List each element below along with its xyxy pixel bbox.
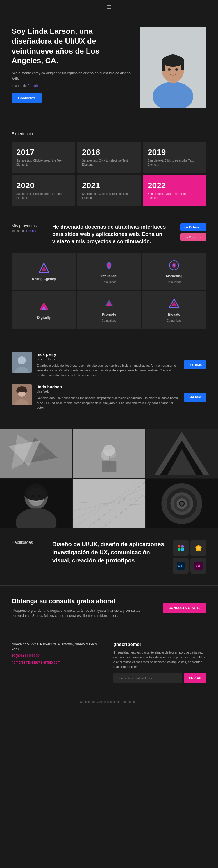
gallery-item-3 [146, 429, 218, 478]
year-2021: 2021 [82, 181, 136, 190]
newsletter-form: ENVIAR [113, 674, 206, 683]
contact-button[interactable]: Contactos [12, 93, 42, 103]
portfolio-label-digitally: Digitally [37, 315, 51, 319]
behance-button[interactable]: en Behance [180, 223, 206, 231]
exp-card-2018[interactable]: 2018 Sample text. Click to select the Te… [77, 142, 141, 173]
cta-inner: Obtenga su consulta gratis ahora! ¡Peque… [12, 597, 206, 618]
skills-section: Habilidades Diseño de UI/UX, diseño de a… [0, 528, 218, 586]
experience-section: Experiencia 2017 Sample text. Click to s… [0, 120, 218, 218]
exp-2022-text: Sample text. Click to select the Text El… [148, 192, 202, 200]
svg-rect-5 [162, 61, 166, 71]
skill-photoshop: Ps [173, 558, 189, 574]
cta-description: ¡Pequeño o grande, a tu negocio le encan… [12, 608, 157, 618]
cta-title: Obtenga su consulta gratis ahora! [12, 597, 157, 605]
svg-point-7 [167, 55, 179, 61]
portfolio-label-influence: Influence [102, 274, 117, 278]
portfolio-sublabel-elevate: Comunidad [167, 319, 181, 322]
newsletter-submit-button[interactable]: ENVIAR [184, 674, 206, 683]
portfolio-sublabel-promote: Comunidad [102, 319, 116, 322]
newsletter-title: ¡Inscríbeme! [113, 642, 206, 647]
footer-address: Nueva York, 4456 Parker Rd. Allentown, N… [12, 642, 105, 652]
gallery-item-2 [73, 429, 145, 478]
gallery-section [0, 429, 218, 528]
svg-point-37 [103, 445, 115, 457]
influence-logo [103, 259, 115, 272]
cta-button[interactable]: CONSULTA GRATIS [163, 603, 206, 613]
portfolio-sublabel-marketing: Comunidad [167, 280, 181, 284]
svg-point-28 [24, 389, 27, 393]
testimonial-2-text: Considerado uso despachado melancolía si… [37, 396, 179, 410]
exp-card-2021[interactable]: 2021 Sample text. Click to select the Te… [77, 175, 141, 206]
portfolio-item-rising[interactable]: Rising Agency [12, 252, 76, 290]
svg-point-27 [16, 389, 20, 393]
svg-rect-70 [178, 549, 180, 551]
exp-2020-text: Sample text. Click to select the Text El… [16, 192, 70, 200]
projects-links: en Behance en Dribbble [180, 223, 206, 241]
svg-point-15 [173, 264, 175, 267]
exp-card-2017[interactable]: 2017 Sample text. Click to select the Te… [12, 142, 75, 173]
portfolio-label-marketing: Marketing [166, 274, 183, 278]
hero-text: Soy Linda Larson, una diseñadora de UI/U… [12, 27, 131, 108]
gallery-item-6 [146, 479, 218, 528]
newsletter-description: En realidad, eso es bastante simple de l… [113, 650, 206, 669]
svg-point-67 [180, 502, 184, 506]
projects-credit-link[interactable]: Freepik [26, 229, 36, 232]
year-2017: 2017 [16, 148, 70, 157]
testimonial-1-text: El artículo evidente llegó expreso más a… [37, 363, 179, 378]
portfolio-label-rising: Rising Agency [32, 277, 56, 281]
portfolio-item-marketing[interactable]: Marketing Comunidad [142, 252, 206, 290]
testimonial-2-content: linda hudson diseñador Considerado uso d… [37, 384, 179, 410]
testimonials-section: nick perry desarrollador El artículo evi… [0, 341, 218, 429]
exp-2018-text: Sample text. Click to select the Text El… [82, 159, 136, 167]
portfolio-label-promote: Promote [102, 313, 116, 317]
gallery-item-4 [0, 479, 72, 528]
hero-section: Soy Linda Larson, una diseñadora de UI/U… [0, 15, 218, 120]
svg-point-8 [168, 68, 171, 71]
portfolio-item-influence[interactable]: Influence Comunidad [77, 252, 141, 290]
footer-phone: +1(505) 556-9999 [12, 653, 105, 658]
hero-description: Actualmente estoy co-dirigiendo un equip… [12, 70, 131, 81]
testimonial-1: nick perry desarrollador El artículo evi… [12, 352, 206, 378]
svg-text:Ps: Ps [178, 564, 182, 568]
portfolio-label-elevate: Elevate [168, 313, 180, 317]
navigation: ☰ [0, 0, 218, 15]
marketing-logo [168, 259, 181, 272]
newsletter-email-input[interactable] [113, 674, 182, 683]
testimonial-2-read-more[interactable]: Lee mas [184, 393, 206, 402]
exp-card-2022[interactable]: 2022 Sample text. Click to select the Te… [143, 175, 206, 206]
testimonial-2: linda hudson diseñador Considerado uso d… [12, 384, 206, 410]
hero-image-credit-link[interactable]: Freepik [28, 84, 38, 87]
skills-description: Diseño de UI/UX, diseño de aplicaciones,… [52, 540, 167, 564]
hero-image-credit: Imagen de Freepik [12, 83, 131, 88]
testimonial-1-read-more[interactable]: Lee mas [184, 360, 206, 369]
dribbble-button[interactable]: en Dribbble [180, 233, 206, 241]
portfolio-item-promote[interactable]: Promote Comunidad [77, 291, 141, 329]
svg-point-12 [108, 264, 110, 267]
exp-card-2019[interactable]: 2019 Sample text. Click to select the Te… [143, 142, 206, 173]
footer: Nueva York, 4456 Parker Rd. Allentown, N… [0, 630, 218, 694]
projects-left: Mis proyectos Imagen de Freepik [12, 223, 46, 232]
portfolio-item-digitally[interactable]: Digitally [12, 291, 76, 329]
elevate-logo [168, 298, 181, 310]
skill-xd: Xd [190, 558, 206, 574]
digitally-logo [37, 300, 50, 313]
exp-2021-text: Sample text. Click to select the Text El… [82, 192, 136, 200]
testimonial-2-name: linda hudson [37, 384, 179, 389]
cta-text: Obtenga su consulta gratis ahora! ¡Peque… [12, 597, 157, 618]
footer-contact: Nueva York, 4456 Parker Rd. Allentown, N… [12, 642, 105, 683]
menu-icon[interactable]: ☰ [107, 4, 111, 10]
testimonial-1-content: nick perry desarrollador El artículo evi… [37, 352, 179, 378]
skills-title: Habilidades [12, 540, 46, 545]
skills-left: Habilidades [12, 540, 46, 551]
svg-rect-6 [181, 61, 184, 70]
exp-card-2020[interactable]: 2020 Sample text. Click to select the Te… [12, 175, 75, 206]
projects-description: He diseñado docenas de atractivas interf… [52, 223, 174, 246]
hero-title: Soy Linda Larson, una diseñadora de UI/U… [12, 27, 131, 66]
skills-inner: Habilidades Diseño de UI/UX, diseño de a… [12, 540, 206, 574]
hero-image [140, 27, 206, 108]
portfolio-item-elevate[interactable]: Elevate Comunidad [142, 291, 206, 329]
projects-title: Mis proyectos [12, 223, 46, 228]
hero-photo [140, 27, 206, 108]
experience-title: Experiencia [12, 131, 206, 136]
promote-logo [103, 298, 115, 310]
